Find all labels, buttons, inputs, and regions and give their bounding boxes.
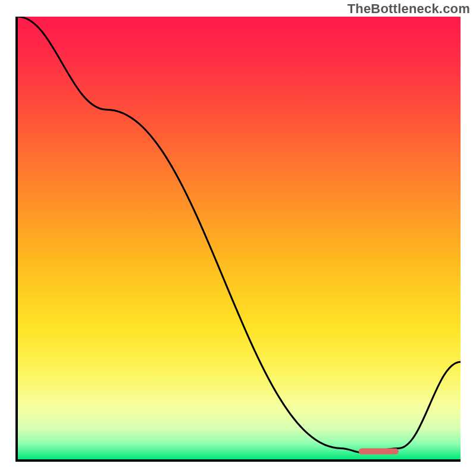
watermark-text: TheBottleneck.com (347, 1, 470, 17)
plot-svg (18, 17, 461, 459)
plot-area (18, 17, 461, 459)
gradient-background (18, 17, 461, 459)
optimal-marker (359, 449, 399, 455)
axes-frame (15, 17, 461, 462)
chart-root: TheBottleneck.com (0, 0, 476, 476)
